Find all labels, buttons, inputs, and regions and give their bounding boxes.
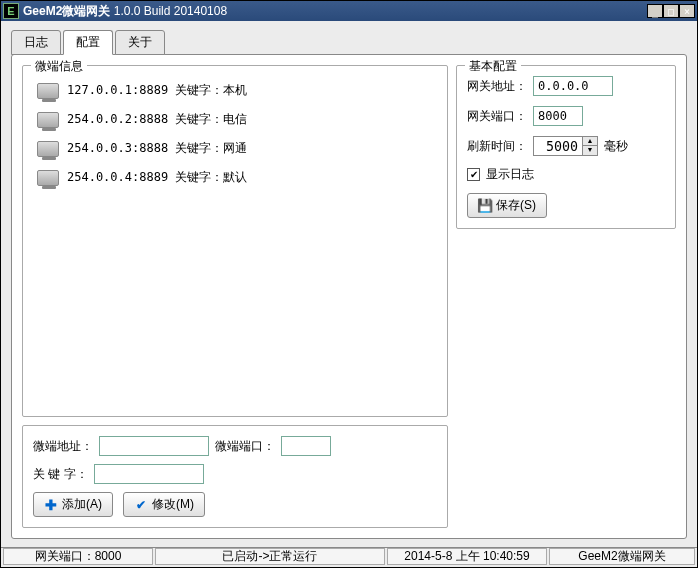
refresh-input[interactable]: [533, 136, 583, 156]
micro-port-input[interactable]: [281, 436, 331, 456]
minimize-button[interactable]: _: [647, 4, 663, 18]
spinner-buttons: ▲ ▼: [583, 136, 598, 156]
spin-down-icon[interactable]: ▼: [583, 146, 597, 155]
status-brand: GeeM2微端网关: [549, 548, 695, 565]
gw-port-input[interactable]: [533, 106, 583, 126]
keyword-input[interactable]: [94, 464, 204, 484]
save-button-label: 保存(S): [496, 197, 536, 214]
check-icon: ✔: [134, 498, 148, 512]
title-text: GeeM2微端网关 1.0.0 Build 20140108: [23, 3, 647, 20]
micro-port-label: 微端端口：: [215, 438, 275, 455]
refresh-spinner[interactable]: ▲ ▼: [533, 136, 598, 156]
gw-addr-input[interactable]: [533, 76, 613, 96]
microinfo-group: 微端信息 127.0.0.1:8889 关键字：本机 254.0.0.2:888…: [22, 65, 448, 417]
list-item[interactable]: 127.0.0.1:8889 关键字：本机: [33, 76, 437, 105]
statusbar: 网关端口：8000 已启动->正常运行 2014-5-8 上午 10:40:59…: [1, 547, 697, 567]
showlog-checkbox[interactable]: ✔: [467, 168, 480, 181]
list-item-text: 254.0.0.3:8888 关键字：网通: [67, 140, 247, 157]
status-time: 2014-5-8 上午 10:40:59: [387, 548, 547, 565]
list-item[interactable]: 254.0.0.2:8888 关键字：电信: [33, 105, 437, 134]
gw-addr-label: 网关地址：: [467, 78, 527, 95]
tab-content-config: 微端信息 127.0.0.1:8889 关键字：本机 254.0.0.2:888…: [11, 54, 687, 539]
list-item-text: 254.0.0.2:8888 关键字：电信: [67, 111, 247, 128]
list-item[interactable]: 254.0.0.3:8888 关键字：网通: [33, 134, 437, 163]
add-button-label: 添加(A): [62, 496, 102, 513]
spin-up-icon[interactable]: ▲: [583, 137, 597, 146]
edit-form-group: 微端地址： 微端端口： 关 键 字： ✚ 添加(A): [22, 425, 448, 528]
maximize-button[interactable]: □: [663, 4, 679, 18]
monitor-icon: [37, 112, 59, 128]
add-button[interactable]: ✚ 添加(A): [33, 492, 113, 517]
edit-button[interactable]: ✔ 修改(M): [123, 492, 205, 517]
close-button[interactable]: ×: [679, 4, 695, 18]
status-state: 已启动->正常运行: [155, 548, 385, 565]
list-item-text: 254.0.0.4:8889 关键字：默认: [67, 169, 247, 186]
client-area: 日志 配置 关于 微端信息 127.0.0.1:8889 关键字：本机 254.…: [1, 21, 697, 547]
left-column: 微端信息 127.0.0.1:8889 关键字：本机 254.0.0.2:888…: [22, 65, 448, 528]
status-port: 网关端口：8000: [3, 548, 153, 565]
list-item-text: 127.0.0.1:8889 关键字：本机: [67, 82, 247, 99]
basic-config-group: 基本配置 网关地址： 网关端口： 刷新时间： ▲: [456, 65, 676, 229]
save-icon: 💾: [478, 199, 492, 213]
refresh-label: 刷新时间：: [467, 138, 527, 155]
tabstrip: 日志 配置 关于: [11, 29, 687, 54]
microinfo-title: 微端信息: [31, 58, 87, 75]
endpoint-list[interactable]: 127.0.0.1:8889 关键字：本机 254.0.0.2:8888 关键字…: [33, 76, 437, 386]
list-item[interactable]: 254.0.0.4:8889 关键字：默认: [33, 163, 437, 192]
showlog-label: 显示日志: [486, 166, 534, 183]
save-button[interactable]: 💾 保存(S): [467, 193, 547, 218]
monitor-icon: [37, 141, 59, 157]
titlebar[interactable]: E GeeM2微端网关 1.0.0 Build 20140108 _ □ ×: [1, 1, 697, 21]
tab-config[interactable]: 配置: [63, 30, 113, 55]
micro-addr-input[interactable]: [99, 436, 209, 456]
edit-button-label: 修改(M): [152, 496, 194, 513]
keyword-label: 关 键 字：: [33, 466, 88, 483]
monitor-icon: [37, 170, 59, 186]
app-window: E GeeM2微端网关 1.0.0 Build 20140108 _ □ × 日…: [0, 0, 698, 568]
tab-log[interactable]: 日志: [11, 30, 61, 55]
gw-port-label: 网关端口：: [467, 108, 527, 125]
monitor-icon: [37, 83, 59, 99]
plus-icon: ✚: [44, 498, 58, 512]
right-column: 基本配置 网关地址： 网关端口： 刷新时间： ▲: [456, 65, 676, 528]
basic-config-title: 基本配置: [465, 58, 521, 75]
app-icon: E: [3, 3, 19, 19]
refresh-unit: 毫秒: [604, 138, 628, 155]
tab-about[interactable]: 关于: [115, 30, 165, 55]
micro-addr-label: 微端地址：: [33, 438, 93, 455]
window-buttons: _ □ ×: [647, 4, 695, 18]
